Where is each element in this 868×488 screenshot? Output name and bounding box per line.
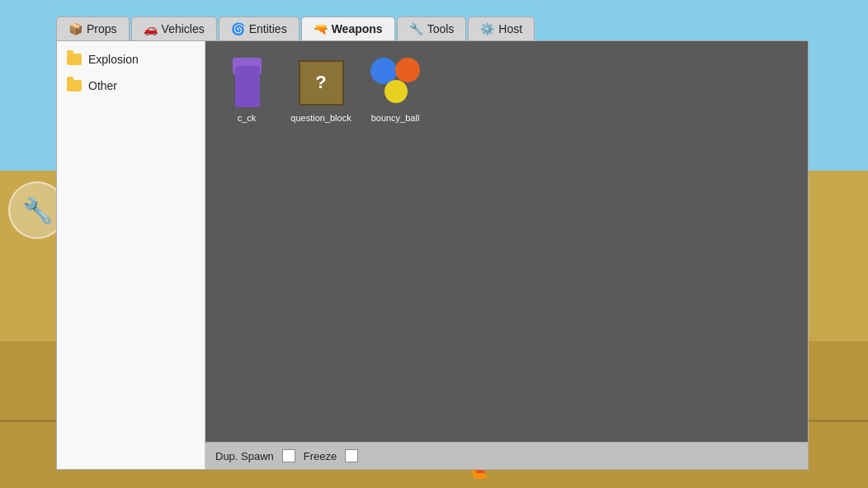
props-icon: 📦 (68, 22, 83, 35)
weapons-icon: 🔫 (314, 22, 328, 35)
items-row: c_ck question_block (214, 49, 800, 434)
ui-panel: 📦 Props 🚗 Vehicles 🌀 Entities 🔫 Weapons … (56, 16, 809, 470)
question-block-preview (292, 54, 350, 111)
content-area: Explosion Other (56, 40, 809, 470)
sidebar: Explosion Other (57, 41, 205, 469)
ball-yellow (384, 80, 408, 103)
tab-entities[interactable]: 🌀 Entities (219, 16, 300, 40)
tab-entities-label: Entities (249, 22, 287, 35)
tab-host[interactable]: ⚙️ Host (468, 16, 535, 40)
folder-explosion-icon (67, 54, 82, 65)
ball-orange (395, 58, 420, 82)
tab-vehicles[interactable]: 🚗 Vehicles (131, 16, 217, 40)
bouncy-ball-preview (366, 54, 424, 111)
item-question-block[interactable]: question_block (288, 54, 354, 123)
sidebar-explosion-label: Explosion (88, 53, 139, 66)
sidebar-other-label: Other (88, 79, 117, 92)
tab-props-label: Props (87, 22, 117, 35)
dup-spawn-checkbox[interactable] (282, 449, 295, 462)
tab-weapons-label: Weapons (332, 22, 383, 35)
c-ck-shape (229, 58, 266, 107)
vehicles-icon: 🚗 (144, 22, 158, 35)
host-icon: ⚙️ (480, 22, 494, 35)
tab-tools-label: Tools (427, 22, 455, 35)
tab-vehicles-label: Vehicles (162, 22, 205, 35)
sidebar-item-explosion[interactable]: Explosion (57, 46, 205, 73)
freeze-checkbox[interactable] (345, 449, 358, 462)
dup-spawn-label: Dup. Spawn (215, 450, 274, 462)
bouncy-ball-label: bouncy_ball (371, 113, 420, 123)
tab-tools[interactable]: 🔧 Tools (397, 16, 467, 40)
item-c-ck[interactable]: c_ck (214, 54, 280, 123)
bouncy-ball-shape (366, 54, 424, 111)
item-bouncy-ball[interactable]: bouncy_ball (362, 54, 428, 123)
c-ck-label: c_ck (238, 113, 257, 123)
items-grid: c_ck question_block (205, 41, 808, 442)
entities-icon: 🌀 (231, 22, 245, 35)
sidebar-item-other[interactable]: Other (57, 73, 205, 99)
tabs-bar: 📦 Props 🚗 Vehicles 🌀 Entities 🔫 Weapons … (56, 16, 809, 40)
c-ck-preview (218, 54, 276, 111)
tab-props[interactable]: 📦 Props (56, 16, 130, 40)
tools-icon: 🔧 (409, 22, 423, 35)
c-ck-body (235, 66, 260, 107)
tab-weapons[interactable]: 🔫 Weapons (301, 16, 395, 40)
freeze-label: Freeze (304, 450, 337, 462)
bottom-bar: Dup. Spawn Freeze (205, 442, 808, 469)
tab-host-label: Host (498, 22, 522, 35)
question-block-label: question_block (290, 113, 351, 123)
folder-other-icon (67, 80, 82, 92)
question-block-shape (299, 60, 344, 106)
